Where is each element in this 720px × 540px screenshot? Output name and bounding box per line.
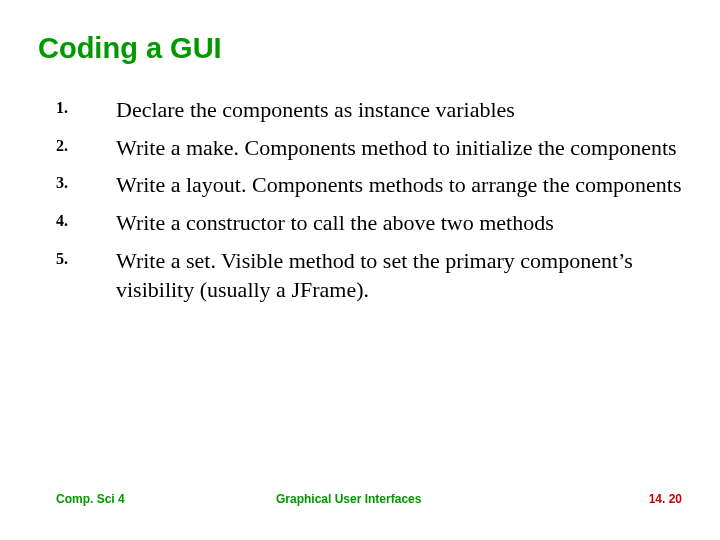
footer-page-number: 14. 20 [622, 492, 682, 506]
list-text: Write a set. Visible method to set the p… [116, 246, 682, 305]
list-number: 3. [56, 170, 116, 192]
list-item: 4. Write a constructor to call the above… [56, 208, 682, 238]
slide-footer: Comp. Sci 4 Graphical User Interfaces 14… [0, 492, 720, 506]
slide-title: Coding a GUI [38, 32, 682, 65]
list-item: 5. Write a set. Visible method to set th… [56, 246, 682, 305]
list-item: 2. Write a make. Components method to in… [56, 133, 682, 163]
list-number: 5. [56, 246, 116, 268]
list-text: Declare the components as instance varia… [116, 95, 682, 125]
numbered-list: 1. Declare the components as instance va… [38, 95, 682, 305]
list-text: Write a constructor to call the above tw… [116, 208, 682, 238]
footer-topic: Graphical User Interfaces [276, 492, 622, 506]
list-text: Write a make. Components method to initi… [116, 133, 682, 163]
list-number: 1. [56, 95, 116, 117]
list-number: 4. [56, 208, 116, 230]
list-number: 2. [56, 133, 116, 155]
footer-course: Comp. Sci 4 [56, 492, 276, 506]
list-item: 1. Declare the components as instance va… [56, 95, 682, 125]
list-item: 3. Write a layout. Components methods to… [56, 170, 682, 200]
list-text: Write a layout. Components methods to ar… [116, 170, 682, 200]
slide: Coding a GUI 1. Declare the components a… [0, 0, 720, 540]
